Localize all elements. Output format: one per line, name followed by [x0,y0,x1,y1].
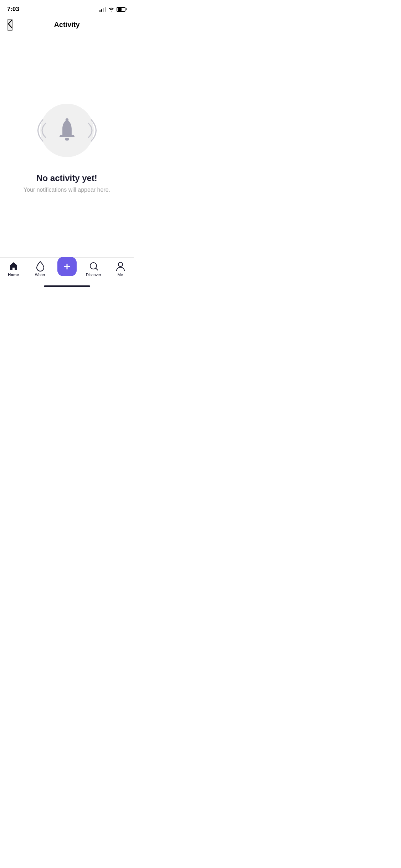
status-bar: 7:03 [0,0,134,16]
empty-state-subtitle: Your notifications will appear here. [24,187,110,193]
page-title: Activity [54,21,79,29]
battery-icon [117,7,127,12]
tab-discover-label: Discover [86,273,101,277]
add-button[interactable] [57,257,77,276]
tab-home-label: Home [8,273,19,277]
home-indicator [44,285,90,287]
svg-point-3 [118,262,123,267]
tab-water[interactable]: Water [27,261,53,277]
wave-right-icon [85,116,99,145]
svg-point-1 [65,118,68,122]
tab-water-label: Water [35,273,45,277]
status-icons [99,7,127,12]
tab-me[interactable]: Me [107,261,134,277]
home-icon [9,261,19,271]
main-content: No activity yet! Your notifications will… [0,34,134,257]
back-button[interactable] [7,19,13,31]
wifi-icon [108,7,114,12]
me-icon [115,261,125,271]
tab-me-label: Me [118,273,123,277]
bell-icon [55,118,79,143]
tab-home[interactable]: Home [0,261,27,277]
water-icon [35,261,45,271]
tab-bar: Home Water Discover [0,257,134,289]
signal-icon [99,7,106,12]
tab-add[interactable] [53,261,80,276]
wave-left-icon [35,116,49,145]
empty-state-title: No activity yet! [36,173,97,183]
tab-discover[interactable]: Discover [80,261,107,277]
nav-header: Activity [0,16,134,34]
empty-state-illustration [35,98,99,162]
discover-icon [89,261,99,271]
svg-rect-0 [65,138,69,141]
status-time: 7:03 [7,6,19,13]
